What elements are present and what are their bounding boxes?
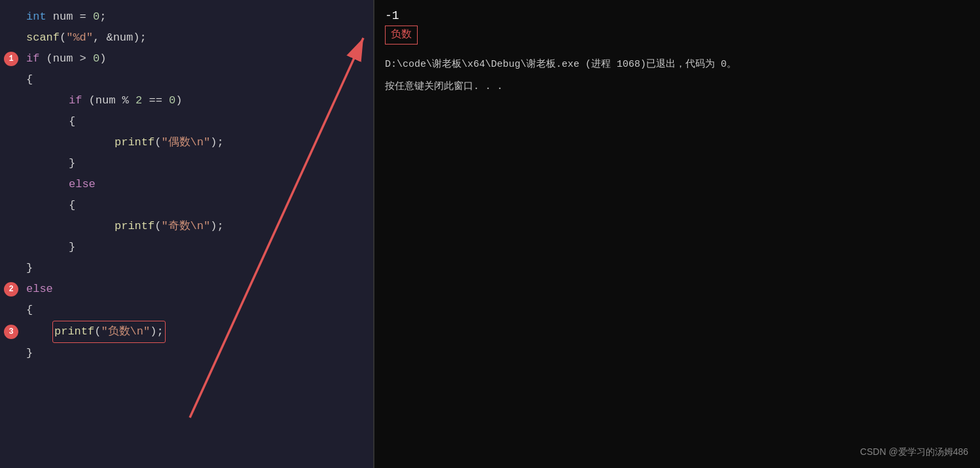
- watermark: CSDN @爱学习的汤姆486: [860, 444, 968, 459]
- code-line-l3: 1if (num > 0): [0, 48, 373, 69]
- code-line-l10: {: [0, 195, 373, 216]
- token: (: [154, 216, 161, 237]
- token: printf: [54, 325, 94, 338]
- token: if: [69, 90, 82, 111]
- token: }: [69, 237, 75, 258]
- token: }: [69, 153, 75, 174]
- code-panel: int num = 0;scanf("%d", &num);1if (num >…: [0, 0, 373, 468]
- token: (num >: [39, 48, 93, 69]
- token: );: [210, 216, 223, 237]
- token: 0: [169, 90, 175, 111]
- token: (: [60, 27, 66, 48]
- terminal-output-number: -1: [385, 7, 970, 26]
- token: ;: [100, 7, 106, 27]
- code-line-l12: }: [0, 237, 373, 258]
- token: );: [210, 132, 223, 153]
- code-line-l2: scanf("%d", &num);: [0, 27, 373, 48]
- code-panel-wrap: int num = 0;scanf("%d", &num);1if (num >…: [0, 0, 373, 468]
- terminal-path-line2: 按任意键关闭此窗口. . .: [385, 79, 970, 96]
- token: ): [175, 90, 182, 111]
- terminal-label-box: 负数: [385, 26, 418, 45]
- token: );: [150, 325, 163, 338]
- code-line-l15: {: [0, 300, 373, 321]
- code-line-l8: }: [0, 153, 373, 174]
- token: num =: [46, 7, 93, 27]
- token: if: [26, 48, 39, 69]
- line-badge-3: 3: [4, 325, 18, 339]
- token: 0: [93, 7, 100, 27]
- code-line-l4: {: [0, 69, 373, 90]
- token: printf: [115, 216, 154, 237]
- code-line-l7: printf("偶数\n");: [0, 132, 373, 153]
- token: , &num);: [93, 27, 147, 48]
- token: scanf: [26, 27, 60, 48]
- code-line-l17: }: [0, 343, 373, 364]
- token: "奇数\n": [161, 216, 210, 237]
- token: ==: [142, 90, 169, 111]
- highlight-box: printf("负数\n");: [52, 321, 166, 343]
- token: }: [26, 343, 33, 364]
- terminal-panel: -1 负数 D:\code\谢老板\x64\Debug\谢老板.exe (进程 …: [374, 0, 980, 468]
- code-line-l5: if (num % 2 == 0): [0, 90, 373, 111]
- line-badge-1: 1: [4, 52, 18, 66]
- token: {: [26, 69, 33, 90]
- token: }: [26, 258, 33, 279]
- token: "偶数\n": [161, 132, 210, 153]
- token: 2: [136, 90, 142, 111]
- line-badge-2: 2: [4, 282, 18, 297]
- token: {: [69, 195, 75, 216]
- code-line-l11: printf("奇数\n");: [0, 216, 373, 237]
- token: else: [26, 279, 53, 300]
- token: else: [69, 174, 96, 195]
- token: (: [94, 325, 101, 338]
- token: ): [100, 48, 106, 69]
- code-line-l13: }: [0, 258, 373, 279]
- code-line-l16: 3printf("负数\n");: [0, 321, 373, 343]
- code-line-l6: {: [0, 111, 373, 132]
- token: printf: [115, 132, 154, 153]
- code-line-l9: else: [0, 174, 373, 195]
- token: (num %: [82, 90, 136, 111]
- token: 0: [93, 48, 100, 69]
- token: (: [154, 132, 161, 153]
- code-line-l14: 2else: [0, 279, 373, 300]
- code-line-l1: int num = 0;: [0, 7, 373, 27]
- token: int: [26, 7, 46, 27]
- token: {: [69, 111, 75, 132]
- token: "负数\n": [101, 325, 150, 338]
- terminal-path-line1: D:\code\谢老板\x64\Debug\谢老板.exe (进程 1068)已…: [385, 56, 970, 73]
- token: "%d": [66, 27, 93, 48]
- token: {: [26, 300, 33, 321]
